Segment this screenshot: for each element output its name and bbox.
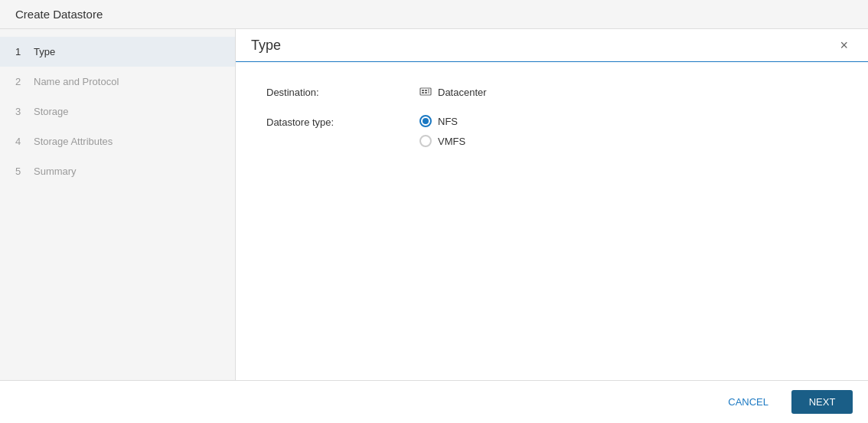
nfs-label: NFS <box>438 116 458 127</box>
next-button[interactable]: NEXT <box>791 390 853 414</box>
destination-label: Destination: <box>266 85 419 98</box>
svg-rect-2 <box>425 90 427 91</box>
vmfs-label: VMFS <box>438 136 465 147</box>
datastore-type-options: NFS VMFS <box>419 115 465 147</box>
destination-text: Datacenter <box>438 87 487 98</box>
create-datastore-dialog: Create Datastore 1 Type 2 Name and Proto… <box>0 0 868 423</box>
svg-rect-4 <box>425 92 427 93</box>
dialog-header: Create Datastore <box>0 0 868 29</box>
sidebar-item-type[interactable]: 1 Type <box>0 37 235 67</box>
destination-value: Datacenter <box>419 85 487 100</box>
dialog-title: Create Datastore <box>15 8 103 21</box>
dialog-footer: CANCEL NEXT <box>0 380 868 423</box>
sidebar-item-label-name-protocol: Name and Protocol <box>34 76 119 87</box>
dialog-body: 1 Type 2 Name and Protocol 3 Storage 4 S… <box>0 29 868 380</box>
close-button[interactable]: × <box>835 37 853 54</box>
step-number-1: 1 <box>15 46 26 57</box>
step-number-5: 5 <box>15 166 26 177</box>
datastore-type-label: Datastore type: <box>266 115 419 128</box>
datacenter-icon <box>419 85 432 100</box>
sidebar-item-summary[interactable]: 5 Summary <box>0 156 235 186</box>
step-number-2: 2 <box>15 76 26 87</box>
step-number-3: 3 <box>15 106 26 117</box>
vmfs-radio[interactable] <box>419 135 432 147</box>
vmfs-option[interactable]: VMFS <box>419 135 465 147</box>
sidebar: 1 Type 2 Name and Protocol 3 Storage 4 S… <box>0 29 236 380</box>
nfs-option[interactable]: NFS <box>419 115 465 127</box>
sidebar-item-storage[interactable]: 3 Storage <box>0 97 235 126</box>
main-content: Type × Destination: <box>236 29 868 380</box>
sidebar-item-name-protocol[interactable]: 2 Name and Protocol <box>0 67 235 97</box>
step-number-4: 4 <box>15 136 26 147</box>
svg-rect-1 <box>422 90 424 91</box>
svg-rect-3 <box>422 92 424 93</box>
sidebar-item-storage-attributes[interactable]: 4 Storage Attributes <box>0 126 235 156</box>
datastore-type-row: Datastore type: NFS VMFS <box>266 115 837 147</box>
sidebar-item-label-summary: Summary <box>34 166 77 177</box>
cancel-button[interactable]: CANCEL <box>713 390 784 414</box>
content-body: Destination: <box>236 62 868 380</box>
sidebar-item-label-type: Type <box>34 46 55 57</box>
content-header: Type × <box>236 29 868 62</box>
content-title: Type <box>251 38 281 54</box>
sidebar-item-label-storage-attributes: Storage Attributes <box>34 136 113 147</box>
sidebar-item-label-storage: Storage <box>34 106 69 117</box>
destination-row: Destination: <box>266 85 837 100</box>
nfs-radio[interactable] <box>419 115 432 127</box>
